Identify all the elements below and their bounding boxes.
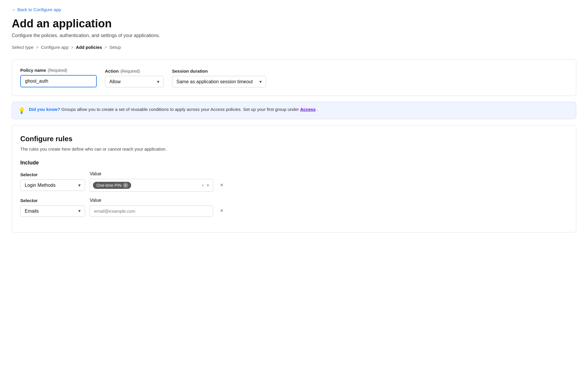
policy-card: Policy name (Required) Action (Required)… [12,59,576,96]
breadcrumb-step-4[interactable]: Setup [109,45,121,50]
rule-2-selector-select[interactable]: Login Methods Emails Everyone Country IP… [20,205,85,217]
breadcrumb-step-3: Add policies [76,45,102,50]
rule-1-value-label: Value [90,171,213,176]
breadcrumb-sep-1: > [36,45,39,50]
rule-1-value-dropdown-icon[interactable]: ▼ [206,183,210,188]
policy-fields: Policy name (Required) Action (Required)… [20,68,568,87]
configure-rules-description: The rules you create here define who can… [20,146,568,151]
policy-name-field-group: Policy name (Required) [20,68,97,87]
breadcrumb: Select type > Configure app > Add polici… [12,45,576,50]
action-label: Action (Required) [105,69,164,74]
rule-2-selector-select-wrapper: Login Methods Emails Everyone Country IP… [20,205,85,217]
session-duration-field-group: Session duration Same as application ses… [172,69,266,87]
rule-2-selector-label: Selector [20,198,85,203]
policy-name-input[interactable] [20,75,97,87]
breadcrumb-sep-3: > [104,45,107,50]
back-to-configure-link[interactable]: ← Back to Configure app [12,7,61,12]
tag-otp: One-time PIN × [93,182,131,189]
session-duration-select-wrapper: Same as application session timeout Cust… [172,76,266,87]
rule-2-selector-group: Selector Login Methods Emails Everyone C… [20,198,85,217]
include-label: Include [20,160,568,166]
breadcrumb-step-1[interactable]: Select type [12,45,34,50]
configure-rules-card: Configure rules The rules you create her… [12,125,576,232]
session-duration-select[interactable]: Same as application session timeout Cust… [172,76,266,87]
rule-1-value-container: Value One-time PIN × ✕ ▼ [90,171,213,192]
info-banner-text: Did you know? Groups allow you to create… [29,107,318,112]
page-title: Add an application [12,17,576,30]
session-duration-label: Session duration [172,69,266,74]
rule-2-email-input[interactable] [90,205,213,217]
rule-row-1: Selector Login Methods Emails Everyone C… [20,171,568,192]
tag-otp-remove-button[interactable]: × [123,183,128,188]
breadcrumb-step-2[interactable]: Configure app [41,45,69,50]
rule-1-selector-label: Selector [20,172,85,177]
policy-name-label: Policy name (Required) [20,68,97,73]
page-subtitle: Configure the policies, authentication, … [12,33,576,38]
rule-1-remove-button[interactable]: × [218,181,226,189]
rule-row-2: Selector Login Methods Emails Everyone C… [20,198,568,217]
rule-2-remove-button[interactable]: × [218,207,226,215]
breadcrumb-sep-2: > [71,45,74,50]
access-link[interactable]: Access [300,107,316,112]
bulb-icon: 💡 [18,107,25,114]
rule-1-value-chevron-icon: ✕ [201,183,205,188]
rule-1-selector-group: Selector Login Methods Emails Everyone C… [20,172,85,191]
rule-2-value-container: Value [90,198,213,217]
configure-rules-title: Configure rules [20,135,568,143]
rule-1-selector-select-wrapper: Login Methods Emails Everyone Country IP… [20,179,85,191]
rule-1-value-box[interactable]: One-time PIN × ✕ ▼ [90,179,213,192]
rule-2-value-label: Value [90,198,213,203]
tag-otp-label: One-time PIN [96,183,121,188]
action-field-group: Action (Required) Allow Block ▼ [105,69,164,87]
rule-1-selector-select[interactable]: Login Methods Emails Everyone Country IP… [20,179,85,191]
action-select[interactable]: Allow Block [105,76,164,87]
info-banner: 💡 Did you know? Groups allow you to crea… [12,102,576,119]
action-select-wrapper: Allow Block ▼ [105,76,164,87]
